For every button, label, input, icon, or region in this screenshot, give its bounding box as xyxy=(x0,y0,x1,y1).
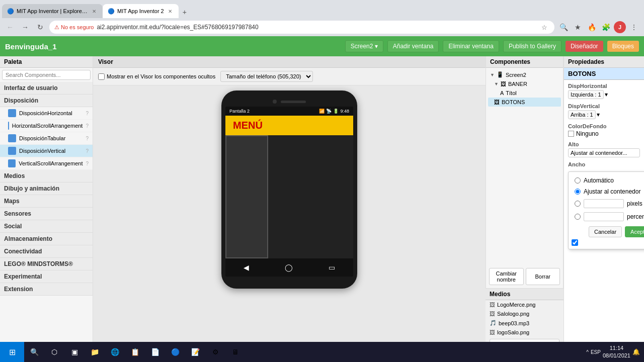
help-icon-hscroll[interactable]: ? xyxy=(86,123,89,129)
taskbar-explorer[interactable]: 📁 xyxy=(85,342,105,362)
delete-button[interactable]: Borrar xyxy=(526,268,560,285)
new-tab-button[interactable]: + xyxy=(179,6,191,18)
bookmark-star-icon[interactable]: ★ xyxy=(572,21,584,33)
category-media[interactable]: Medios xyxy=(0,170,93,183)
category-sensors[interactable]: Sensores xyxy=(0,208,93,220)
category-connectivity[interactable]: Conectividad xyxy=(0,245,93,258)
help-icon-horizontal[interactable]: ? xyxy=(86,111,89,116)
help-icon-tabular[interactable]: ? xyxy=(86,136,89,141)
publish-button[interactable]: Publish to Gallery xyxy=(503,40,561,52)
palette-item-horizontal[interactable]: DisposiciónHorizontal ? xyxy=(0,107,93,120)
remove-screen-button[interactable]: Eliminar ventana xyxy=(443,40,499,52)
start-button[interactable]: ⊞ xyxy=(0,342,24,362)
prop-dispvertical-select[interactable]: Arriba : 1 ▾ xyxy=(568,110,640,119)
tree-botons[interactable]: 🖼 BOTONS xyxy=(488,98,561,107)
taskbar-cortana[interactable]: ⬡ xyxy=(44,342,64,362)
ancho-accept-button[interactable]: Aceptar xyxy=(625,226,644,237)
prop-disphorizontal-select[interactable]: Izquierda : 1 ▾ xyxy=(568,90,640,99)
help-icon-vscroll[interactable]: ? xyxy=(86,161,89,166)
user-avatar[interactable]: J xyxy=(614,21,626,33)
category-lego[interactable]: LEGO® MINDSTORMS® xyxy=(0,258,93,270)
category-drawing[interactable]: Dibujo y animación xyxy=(0,183,93,195)
ancho-checkbox[interactable] xyxy=(572,239,578,246)
ancho-radio-pixels[interactable] xyxy=(575,201,581,207)
category-ui[interactable]: Interfaz de usuario xyxy=(0,82,93,95)
category-experimental-header[interactable]: Experimental xyxy=(0,270,93,283)
rename-button[interactable]: Cambiar nombre xyxy=(489,268,524,285)
tab2-close[interactable]: ✕ xyxy=(167,8,174,15)
flame-icon[interactable]: 🔥 xyxy=(586,21,598,33)
phone-size-select[interactable]: Tamaño del teléfono (505,320) xyxy=(220,71,313,82)
tree-titol[interactable]: A Títol xyxy=(488,88,561,98)
category-drawing-header[interactable]: Dibujo y animación xyxy=(0,183,93,195)
category-disposition-header[interactable]: Disposición xyxy=(0,95,93,107)
category-social[interactable]: Social xyxy=(0,220,93,233)
screen-selector[interactable]: Screen2 ▾ xyxy=(345,40,383,52)
ancho-option-ajustar[interactable]: Ajustar al contenedor xyxy=(572,186,644,197)
dispvertical-value[interactable]: Arriba : 1 xyxy=(568,110,596,119)
taskbar-app5[interactable]: 🔵 xyxy=(165,342,185,362)
category-experimental[interactable]: Experimental xyxy=(0,270,93,283)
prop-alto-input[interactable] xyxy=(568,148,640,157)
media-item-2[interactable]: 🖼 Salologo.png xyxy=(486,309,564,318)
phone-recent-btn[interactable]: ▭ xyxy=(329,263,335,272)
taskbar-app6[interactable]: 📝 xyxy=(185,342,205,362)
category-social-header[interactable]: Social xyxy=(0,220,93,233)
phone-home-btn[interactable]: ◯ xyxy=(285,263,293,272)
ancho-radio-auto[interactable] xyxy=(575,177,581,184)
category-storage[interactable]: Almacenamiento xyxy=(0,233,93,245)
taskbar-app7[interactable]: ⚙ xyxy=(205,342,225,362)
palette-search-input[interactable] xyxy=(2,70,91,80)
bookmark-icon[interactable]: ☆ xyxy=(539,22,549,32)
prop-colorfondo-value[interactable]: Ninguno xyxy=(568,130,640,137)
category-sensors-header[interactable]: Sensores xyxy=(0,208,93,220)
category-storage-header[interactable]: Almacenamiento xyxy=(0,233,93,245)
ancho-option-pixels[interactable]: pixels xyxy=(572,197,644,210)
category-disposition[interactable]: Disposición DisposiciónHorizontal ? Hori… xyxy=(0,95,93,170)
taskbar-app3[interactable]: 📋 xyxy=(125,342,145,362)
ancho-option-auto[interactable]: Automático xyxy=(572,175,644,186)
tree-baner[interactable]: ▼ 🖼 BANER xyxy=(488,79,561,88)
designer-button[interactable]: Diseñador xyxy=(566,41,603,52)
media-item-4[interactable]: 🖼 logoSalo.png xyxy=(486,328,564,337)
ancho-percent-input[interactable] xyxy=(584,212,624,221)
ancho-radio-percent[interactable] xyxy=(575,214,581,220)
taskbar-app4[interactable]: 📄 xyxy=(145,342,165,362)
ancho-radio-ajustar[interactable] xyxy=(575,189,581,195)
palette-item-vertical[interactable]: DisposiciónVertical ? xyxy=(0,145,93,157)
ancho-cancel-button[interactable]: Cancelar xyxy=(589,226,622,237)
ancho-pixels-input[interactable] xyxy=(584,199,624,208)
category-maps[interactable]: Maps xyxy=(0,195,93,208)
palette-item-vscroll[interactable]: VerticalScrollArrangement ? xyxy=(0,157,93,170)
taskbar-search[interactable]: 🔍 xyxy=(24,342,44,362)
category-extension-header[interactable]: Extension xyxy=(0,283,93,296)
media-item-1[interactable]: 🖼 LogoMerce.png xyxy=(486,300,564,309)
tab1-close[interactable]: ✕ xyxy=(91,8,98,15)
hidden-components-checkbox-label[interactable]: Mostrar en el Visor los componentes ocul… xyxy=(98,73,215,80)
category-media-header[interactable]: Medios xyxy=(0,170,93,183)
category-ui-header[interactable]: Interfaz de usuario xyxy=(0,82,93,95)
tree-screen2[interactable]: ▼ 📱 Screen2 xyxy=(488,70,561,79)
extensions-icon[interactable]: 🧩 xyxy=(600,21,612,33)
search-icon[interactable]: 🔍 xyxy=(557,21,570,33)
menu-icon[interactable]: ⋮ xyxy=(628,21,640,33)
phone-back-btn[interactable]: ◀ xyxy=(244,263,249,272)
tray-arrow[interactable]: ^ xyxy=(586,349,589,355)
palette-item-hscroll[interactable]: HorizontalScrollArrangement ? xyxy=(0,120,93,132)
help-icon-vertical[interactable]: ? xyxy=(86,148,89,154)
blocks-button[interactable]: Bloques xyxy=(607,41,639,52)
category-lego-header[interactable]: LEGO® MINDSTORMS® xyxy=(0,258,93,270)
taskbar-taskview[interactable]: ▣ xyxy=(64,342,85,362)
taskbar-chrome[interactable]: 🌐 xyxy=(105,342,125,362)
palette-item-tabular[interactable]: DisposiciónTabular ? xyxy=(0,132,93,145)
category-maps-header[interactable]: Maps xyxy=(0,195,93,208)
browser-tab-2[interactable]: 🔵 MIT App Inventor 2 ✕ xyxy=(103,4,179,18)
reload-button[interactable]: ↻ xyxy=(34,21,46,33)
browser-tab-1[interactable]: 🔵 MIT App Inventor | Explore MIT ... ✕ xyxy=(2,4,103,18)
hidden-components-checkbox[interactable] xyxy=(98,73,105,80)
ancho-option-percent[interactable]: percent xyxy=(572,210,644,223)
media-item-3[interactable]: 🎵 beep03.mp3 xyxy=(486,318,564,328)
category-extension[interactable]: Extension xyxy=(0,283,93,296)
notification-icon[interactable]: 🔔 xyxy=(632,348,640,355)
disphorizontal-value[interactable]: Izquierda : 1 xyxy=(568,90,604,99)
